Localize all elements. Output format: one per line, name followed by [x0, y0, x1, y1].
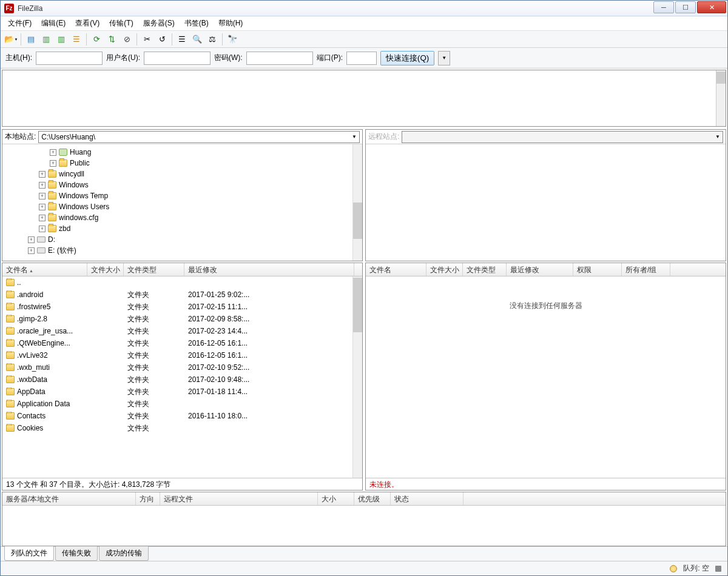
scrollbar[interactable] — [352, 144, 362, 261]
queue-header[interactable]: 服务器/本地文件方向远程文件大小优先级状态 — [2, 492, 726, 506]
local-list-header[interactable]: 文件名▲文件大小文件类型最近修改 — [2, 263, 362, 276]
host-input[interactable] — [36, 52, 103, 65]
column-header[interactable]: 文件大小 — [426, 263, 463, 276]
queue-tab[interactable]: 成功的传输 — [99, 546, 149, 561]
toggle-local-tree-button[interactable]: ▥ — [39, 33, 53, 46]
scrollbar[interactable] — [716, 70, 726, 126]
column-header[interactable]: 文件类型 — [124, 263, 184, 276]
file-row[interactable]: .gimp-2.8文件夹2017-02-09 8:58:... — [2, 313, 362, 325]
maximize-button[interactable]: ☐ — [675, 1, 696, 13]
file-row[interactable]: .QtWebEngine...文件夹2016-12-05 16:1... — [2, 337, 362, 349]
column-header[interactable]: 文件名▲ — [2, 263, 87, 276]
message-log[interactable] — [2, 70, 726, 127]
remote-list-body[interactable]: 没有连接到任何服务器 — [366, 276, 726, 478]
column-header[interactable]: 方向 — [136, 492, 160, 505]
menu-item[interactable]: 文件(F) — [3, 17, 36, 30]
column-header[interactable]: 权限 — [573, 263, 622, 276]
file-row[interactable]: .wxbData文件夹2017-02-10 9:48:... — [2, 373, 362, 386]
quickconnect-dropdown[interactable]: ▼ — [438, 51, 450, 65]
file-row[interactable]: .android文件夹2017-01-25 9:02:... — [2, 289, 362, 301]
column-header[interactable]: 服务器/本地文件 — [2, 492, 136, 505]
search-button[interactable]: 🔍 — [190, 33, 204, 46]
column-header[interactable]: 最近修改 — [184, 263, 354, 276]
menu-item[interactable]: 帮助(H) — [214, 17, 248, 30]
menu-item[interactable]: 书签(B) — [180, 17, 214, 30]
port-input[interactable] — [346, 52, 377, 65]
column-header[interactable]: 文件大小 — [87, 263, 124, 276]
expand-toggle[interactable]: + — [39, 204, 46, 210]
quickconnect-button[interactable]: 快速连接(Q) — [380, 51, 434, 65]
menu-item[interactable]: 传输(T) — [104, 17, 138, 30]
file-row[interactable]: Application Data文件夹 — [2, 398, 362, 410]
local-site-combo[interactable]: C:\Users\Huang\▼ — [38, 131, 360, 143]
queue-tab[interactable]: 传输失败 — [55, 546, 98, 561]
column-header[interactable]: 远程文件 — [160, 492, 318, 505]
expand-toggle[interactable]: + — [28, 236, 35, 243]
column-header[interactable]: 文件名 — [366, 263, 426, 276]
tree-node[interactable]: +E: (软件) — [4, 245, 361, 256]
local-list-body[interactable]: ...android文件夹2017-01-25 9:02:....frostwi… — [2, 276, 362, 478]
expand-toggle[interactable]: + — [39, 226, 46, 232]
column-header[interactable]: 大小 — [318, 492, 354, 505]
username-input[interactable] — [144, 52, 211, 65]
site-manager-button[interactable]: 📂▼ — [4, 33, 18, 46]
toggle-queue-button[interactable]: ☰ — [70, 33, 83, 46]
tree-node[interactable]: +windows.cfg — [4, 212, 361, 223]
disconnect-button[interactable]: ✂ — [140, 33, 153, 46]
column-header[interactable]: 所有者/组 — [622, 263, 670, 276]
remote-site-label: 远程站点: — [368, 132, 399, 142]
binoculars-icon[interactable]: 🔭 — [226, 33, 239, 46]
tree-node[interactable]: +D: — [4, 234, 361, 245]
expand-toggle[interactable]: + — [50, 160, 56, 167]
file-row[interactable]: .vvLive32文件夹2016-12-05 16:1... — [2, 349, 362, 361]
local-directory-tree[interactable]: +Huang+Public+wincydll+Windows+Windows T… — [2, 144, 362, 261]
menu-item[interactable]: 编辑(E) — [36, 17, 70, 30]
file-row[interactable]: .wxb_muti文件夹2017-02-10 9:52:... — [2, 361, 362, 373]
column-header[interactable]: 优先级 — [354, 492, 391, 505]
remote-directory-tree[interactable] — [366, 144, 726, 261]
scrollbar[interactable] — [352, 276, 362, 478]
compare-button[interactable]: ⚖ — [206, 33, 219, 46]
reconnect-button[interactable]: ↺ — [155, 33, 169, 46]
expand-toggle[interactable]: + — [50, 149, 56, 156]
close-button[interactable]: ✕ — [697, 1, 726, 13]
column-header[interactable]: 最近修改 — [507, 263, 573, 276]
remote-list-header[interactable]: 文件名文件大小文件类型最近修改权限所有者/组 — [366, 263, 726, 276]
filter-button[interactable]: ☰ — [175, 33, 189, 46]
menu-item[interactable]: 查看(V) — [70, 17, 104, 30]
toggle-remote-tree-button[interactable]: ▥ — [55, 33, 68, 46]
process-queue-button[interactable]: ⇅ — [105, 33, 118, 46]
minimize-button[interactable]: ─ — [653, 1, 674, 13]
expand-toggle[interactable]: + — [39, 215, 46, 221]
file-row[interactable]: Contacts文件夹2016-11-10 18:0... — [2, 410, 362, 422]
refresh-button[interactable]: ⟳ — [90, 33, 103, 46]
expand-toggle[interactable]: + — [39, 171, 46, 178]
expand-toggle[interactable]: + — [28, 247, 35, 254]
tree-node-label: Windows Temp — [59, 192, 108, 200]
expand-toggle[interactable]: + — [39, 193, 46, 199]
tree-node-label: Windows Users — [59, 203, 109, 211]
tree-node[interactable]: +zbd — [4, 223, 361, 234]
file-row[interactable]: .. — [2, 276, 362, 289]
file-row[interactable]: AppData文件夹2017-01-18 11:4... — [2, 386, 362, 398]
queue-body[interactable] — [2, 506, 726, 546]
tree-node[interactable]: +Public — [4, 158, 361, 169]
file-row[interactable]: .oracle_jre_usa...文件夹2017-02-23 14:4... — [2, 325, 362, 337]
cancel-button[interactable]: ⊘ — [120, 33, 133, 46]
file-row[interactable]: Cookies文件夹 — [2, 422, 362, 434]
tree-node[interactable]: +Windows Temp — [4, 190, 361, 201]
expand-toggle[interactable]: + — [39, 182, 46, 189]
tree-node[interactable]: +wincydll — [4, 169, 361, 179]
column-header[interactable]: 文件类型 — [463, 263, 507, 276]
password-input[interactable] — [246, 52, 313, 65]
column-header[interactable]: 状态 — [391, 492, 463, 505]
remote-file-list: 文件名文件大小文件类型最近修改权限所有者/组 没有连接到任何服务器 未连接。 — [365, 263, 726, 491]
tree-node[interactable]: +Windows — [4, 179, 361, 190]
file-row[interactable]: .frostwire5文件夹2017-02-15 11:1... — [2, 301, 362, 313]
tree-node[interactable]: +Windows Users — [4, 201, 361, 212]
tree-node[interactable]: +Huang — [4, 147, 361, 158]
menu-item[interactable]: 服务器(S) — [138, 17, 180, 30]
toggle-log-button[interactable]: ▤ — [24, 33, 38, 46]
queue-tab[interactable]: 列队的文件 — [4, 546, 54, 561]
remote-site-combo[interactable]: ▼ — [402, 131, 723, 143]
